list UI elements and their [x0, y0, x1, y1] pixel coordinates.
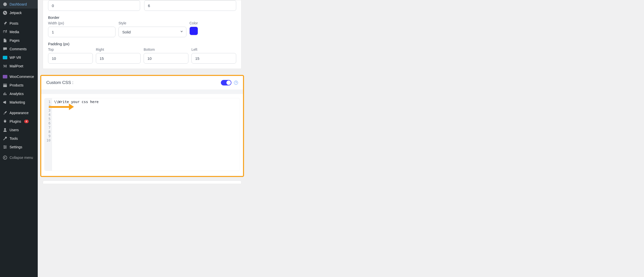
custom-css-title: Custom CSS :: [46, 80, 73, 85]
analytics-icon: [3, 91, 8, 96]
pin-icon: [3, 21, 8, 26]
sidebar-item-media[interactable]: Media: [0, 28, 38, 36]
sidebar-item-label: Comments: [10, 47, 27, 51]
padding-top-input[interactable]: 10: [48, 53, 93, 64]
line-number: 6: [46, 121, 51, 125]
dashboard-icon: [3, 2, 8, 7]
line-number: 9: [46, 134, 51, 138]
section-divider: [41, 89, 243, 94]
padding-right-label: Right: [96, 48, 141, 52]
sidebar-item-label: Settings: [10, 145, 22, 149]
sidebar-item-jetpack[interactable]: Jetpack: [0, 9, 38, 17]
sidebar-item-label: Collapse menu: [10, 156, 33, 160]
input-value: 10: [52, 56, 56, 61]
page-icon: [3, 38, 8, 43]
input-value: 0: [52, 4, 54, 8]
sidebar-item-label: Jetpack: [10, 11, 22, 15]
sidebar-item-pages[interactable]: Pages: [0, 36, 38, 45]
input-value: 15: [195, 56, 199, 61]
sidebar-item-mailpoet[interactable]: M MailPoet: [0, 62, 38, 70]
sidebar-item-wpvr[interactable]: WP VR: [0, 53, 38, 62]
svg-point-4: [3, 156, 7, 159]
svg-point-0: [3, 11, 7, 15]
sidebar-item-analytics[interactable]: Analytics: [0, 89, 38, 98]
sidebar-item-label: Plugins: [10, 119, 21, 123]
border-color-label: Color: [189, 21, 205, 25]
input-value: 1: [52, 30, 54, 34]
sidebar-item-users[interactable]: Users: [0, 126, 38, 134]
border-section-title: Border: [48, 15, 236, 20]
sidebar-item-label: Pages: [10, 38, 20, 42]
sidebar-item-tools[interactable]: Tools: [0, 134, 38, 143]
input-value: 6: [148, 4, 150, 8]
sidebar-item-label: MailPoet: [10, 64, 23, 68]
code-content[interactable]: \\Write your css here: [52, 98, 240, 171]
custom-css-section: Custom CSS : ? 1 2 3: [40, 75, 244, 177]
padding-top-label: Top: [48, 48, 93, 52]
plugins-update-badge: 4: [24, 120, 29, 123]
padding-section-title: Padding (px): [48, 42, 236, 46]
sidebar-item-label: Dashboard: [10, 2, 27, 6]
sidebar-item-posts[interactable]: Posts: [0, 19, 38, 28]
products-icon: [3, 83, 8, 88]
input-value: 10: [147, 56, 152, 61]
collapse-icon: [3, 155, 8, 160]
next-panel-top: [43, 180, 242, 184]
jetpack-icon: [3, 10, 8, 15]
help-glyph: ?: [235, 81, 237, 84]
sidebar-item-label: Appearance: [10, 111, 29, 115]
sidebar-item-marketing[interactable]: Marketing: [0, 98, 38, 107]
sidebar-item-woocommerce[interactable]: WooCommerce: [0, 72, 38, 81]
sidebar-item-label: Products: [10, 83, 23, 87]
code-line: \\Write your css here: [54, 100, 238, 104]
svg-point-3: [4, 148, 5, 149]
woocommerce-icon: [3, 74, 8, 79]
user-icon: [3, 127, 8, 132]
sidebar-item-label: Users: [10, 128, 19, 132]
plug-icon: [3, 119, 8, 124]
select-value: Solid: [122, 30, 131, 34]
line-number: 4: [46, 113, 51, 117]
svg-point-2: [6, 147, 7, 148]
numeric-input-left[interactable]: 0: [48, 0, 140, 11]
border-style-label: Style: [118, 21, 186, 25]
sidebar-item-comments[interactable]: Comments: [0, 45, 38, 53]
megaphone-icon: [3, 100, 8, 105]
numeric-input-right[interactable]: 6: [144, 0, 236, 11]
padding-right-input[interactable]: 15: [96, 53, 141, 64]
svg-point-1: [4, 146, 5, 147]
border-width-input[interactable]: 1: [48, 27, 115, 37]
sidebar-collapse[interactable]: Collapse menu: [0, 153, 38, 162]
sidebar-item-label: WooCommerce: [10, 75, 34, 79]
sidebar-item-label: Marketing: [10, 100, 25, 104]
toggle-knob: [226, 80, 231, 85]
line-number: 5: [46, 117, 51, 121]
border-color-picker[interactable]: [189, 27, 198, 35]
custom-css-toggle[interactable]: [221, 80, 231, 85]
sidebar-item-label: Tools: [10, 136, 18, 141]
line-number: 10: [46, 138, 51, 143]
sidebar-item-label: Media: [10, 30, 19, 34]
padding-bottom-input[interactable]: 10: [144, 53, 188, 64]
annotation-arrow: [49, 103, 74, 111]
border-style-select[interactable]: Solid: [118, 27, 186, 37]
line-number: 8: [46, 130, 51, 134]
sidebar-item-products[interactable]: Products: [0, 81, 38, 89]
sidebar-item-label: Posts: [10, 21, 18, 25]
sidebar-item-settings[interactable]: Settings: [0, 143, 38, 151]
input-value: 15: [100, 56, 104, 61]
mailpoet-icon: M: [3, 64, 8, 69]
padding-bottom-label: Bottom: [144, 48, 188, 52]
help-icon[interactable]: ?: [234, 81, 238, 85]
comment-icon: [3, 47, 8, 52]
sidebar-item-label: Analytics: [10, 92, 24, 96]
border-width-label: Width (px): [48, 21, 115, 25]
admin-sidebar: Dashboard Jetpack Posts Media Pages: [0, 0, 38, 277]
sliders-icon: [3, 145, 8, 150]
sidebar-item-plugins[interactable]: Plugins 4: [0, 117, 38, 126]
media-icon: [3, 29, 8, 34]
sidebar-item-dashboard[interactable]: Dashboard: [0, 0, 38, 9]
sidebar-item-appearance[interactable]: Appearance: [0, 109, 38, 117]
padding-left-input[interactable]: 15: [191, 53, 236, 64]
wpvr-icon: [3, 55, 8, 60]
